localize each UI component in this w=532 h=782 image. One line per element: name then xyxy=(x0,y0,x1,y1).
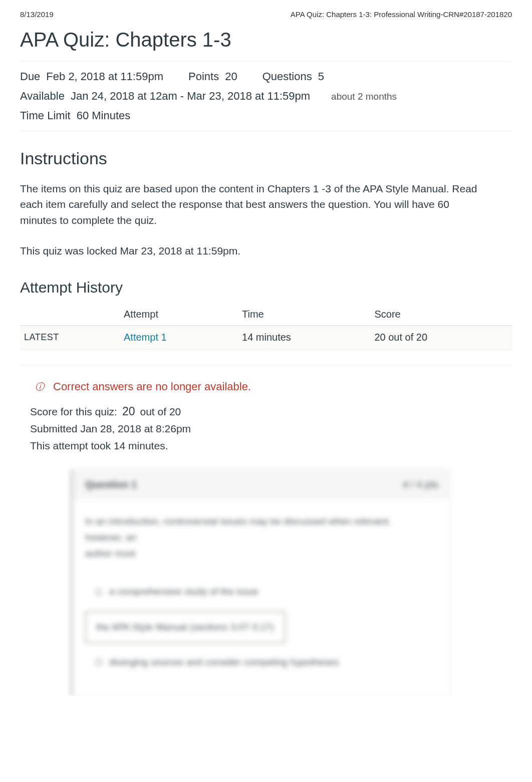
page-title: APA Quiz: Chapters 1-3 xyxy=(20,29,512,51)
question-option[interactable]: diverging sources and consider competing… xyxy=(85,647,438,677)
question-prompt-line2: however, an xyxy=(85,530,438,546)
available-label: Available xyxy=(20,87,65,105)
radio-icon xyxy=(95,659,102,666)
attempt-history-heading: Attempt History xyxy=(20,279,512,296)
score-label: Score for this quiz: xyxy=(30,403,117,420)
due-label: Due xyxy=(20,68,40,85)
breadcrumb: APA Quiz: Chapters 1-3: Professional Wri… xyxy=(291,10,512,19)
locked-notice: This quiz was locked Mar 23, 2018 at 11:… xyxy=(20,243,481,259)
available-value: Jan 24, 2018 at 12am - Mar 23, 2018 at 1… xyxy=(71,87,310,105)
answers-unavailable-notice: ⓘ Correct answers are no longer availabl… xyxy=(20,380,512,402)
available-note: about 2 months xyxy=(331,89,397,104)
attempt-time: 14 minutes xyxy=(238,325,370,349)
question-prompt-line3: author must xyxy=(85,546,438,562)
timelimit-value: 60 Minutes xyxy=(77,107,131,124)
score-outof: out of 20 xyxy=(140,403,181,420)
duration-line: This attempt took 14 minutes. xyxy=(30,437,502,454)
instructions-heading: Instructions xyxy=(20,149,512,168)
col-score: Score xyxy=(370,304,512,326)
question-card: Question 1 4 / 4 pts In an introduction,… xyxy=(70,469,451,696)
points-label: Points xyxy=(188,68,219,85)
question-option[interactable]: a comprehensive study of the issue xyxy=(85,577,438,607)
option-text: a comprehensive study of the issue xyxy=(109,584,258,600)
table-row: LATEST Attempt 1 14 minutes 20 out of 20 xyxy=(20,325,512,349)
submitted-line: Submitted Jan 28, 2018 at 8:26pm xyxy=(30,420,502,437)
attempt-history-table: Attempt Time Score LATEST Attempt 1 14 m… xyxy=(20,304,512,350)
question-points: 4 / 4 pts xyxy=(403,479,438,490)
points-value: 20 xyxy=(225,68,237,85)
questions-label: Questions xyxy=(262,68,312,85)
notice-text: Correct answers are no longer available. xyxy=(53,380,251,393)
option-text: diverging sources and consider competing… xyxy=(109,654,339,670)
instructions-body: The items on this quiz are based upon th… xyxy=(20,181,481,228)
quiz-meta: Due Feb 2, 2018 at 11:59pm Points 20 Que… xyxy=(20,61,512,131)
question-option-selected[interactable]: the APA Style Manual (sections 3.07-3.17… xyxy=(85,611,286,643)
divider xyxy=(20,365,512,365)
question-title: Question 1 xyxy=(85,479,137,490)
latest-badge: LATEST xyxy=(20,325,120,349)
question-prompt-line1: In an introduction, controversial issues… xyxy=(85,513,438,530)
attempt-score: 20 out of 20 xyxy=(370,325,512,349)
questions-value: 5 xyxy=(318,68,324,85)
option-text: the APA Style Manual (sections 3.07-3.17… xyxy=(96,619,274,635)
attempt-link[interactable]: Attempt 1 xyxy=(124,332,167,343)
info-icon: ⓘ xyxy=(35,381,44,393)
print-date: 8/13/2019 xyxy=(20,10,54,19)
timelimit-label: Time Limit xyxy=(20,107,71,124)
score-value: 20 xyxy=(122,402,135,421)
col-attempt: Attempt xyxy=(120,304,238,326)
radio-icon xyxy=(95,589,102,596)
col-time: Time xyxy=(238,304,370,326)
col-blank xyxy=(20,304,120,326)
due-value: Feb 2, 2018 at 11:59pm xyxy=(46,68,163,85)
